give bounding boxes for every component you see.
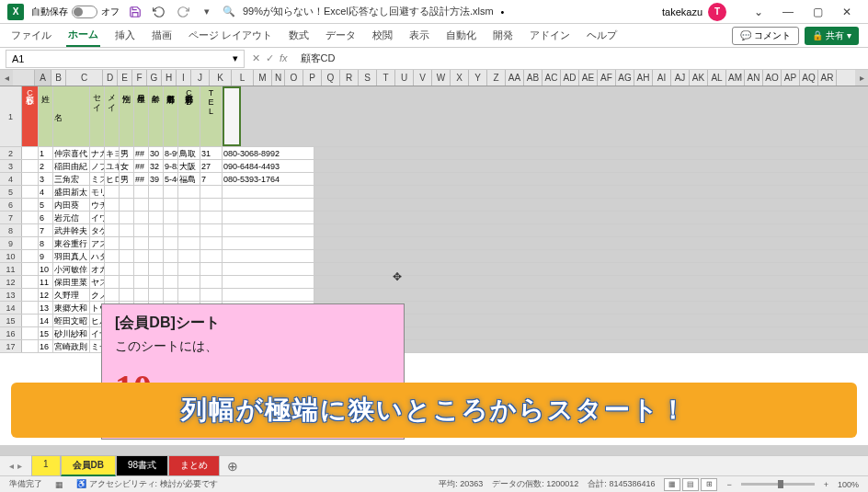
row-header[interactable]: 11 [0,263,22,275]
row-header[interactable]: 15 [0,315,22,326]
view-page-break-icon[interactable]: ⊞ [701,478,717,491]
cell[interactable]: ヒロ [105,173,120,185]
minimize-icon[interactable]: — [774,2,802,22]
tab-draw[interactable]: 描画 [150,25,174,46]
view-page-layout-icon[interactable]: ▤ [682,478,699,491]
column-header-Z[interactable]: Z [487,70,506,86]
cell[interactable] [134,224,149,236]
cell[interactable]: ヤス [90,276,105,288]
cell[interactable] [149,224,164,236]
cell[interactable] [22,315,39,326]
cell[interactable]: 福島 [178,173,200,185]
tab-data[interactable]: データ [324,25,358,46]
cell[interactable] [105,250,120,262]
search-icon[interactable]: 🔍 [223,6,235,17]
row-header[interactable]: 16 [0,327,22,339]
column-header-M[interactable]: M [254,70,272,86]
cell[interactable] [105,289,120,301]
col-header-sei[interactable]: セイ [90,86,105,146]
col-header-empty[interactable] [223,86,241,146]
cell[interactable]: 14 [39,315,53,326]
row-header[interactable]: 3 [0,160,22,172]
cell[interactable] [164,289,178,301]
cell[interactable] [105,199,120,211]
column-header-AE[interactable]: AE [579,70,598,86]
accessibility-status[interactable]: ♿ アクセシビリティ: 検討が必要です [76,478,218,490]
toggle-switch-icon[interactable] [72,6,97,18]
cell[interactable] [22,289,39,301]
cell[interactable] [22,327,39,339]
macro-record-icon[interactable]: ▦ [55,480,63,489]
cell[interactable] [178,199,200,211]
sheet-tab-会員DB[interactable]: 会員DB [61,455,116,476]
enter-formula-icon[interactable]: ✓ [266,52,274,64]
cell[interactable] [120,199,134,211]
cell[interactable] [164,250,178,262]
cell[interactable] [149,263,164,275]
col-header-pref-cd[interactable]: 都道府県CD [178,86,200,146]
cell[interactable]: ミス [90,173,105,185]
cell[interactable] [223,289,314,301]
cell[interactable] [105,212,120,223]
cell[interactable] [178,250,200,262]
cell[interactable]: 女 [120,160,134,172]
add-sheet-button[interactable]: ⊕ [220,459,246,474]
col-header-customer-cd[interactable]: 顧客CD [22,86,39,146]
tab-automate[interactable]: 自動化 [444,25,478,46]
cell[interactable]: 15 [39,327,53,339]
cell[interactable] [164,199,178,211]
cell[interactable]: 080-5393-1764 [223,173,314,185]
cell[interactable] [178,289,200,301]
cell[interactable]: 岩元信 [53,212,90,223]
cell[interactable] [105,276,120,288]
cell[interactable]: 盛田新太 [53,186,90,198]
tab-home[interactable]: ホーム [66,24,100,47]
zoom-out-icon[interactable]: − [726,480,731,489]
cell[interactable]: 9 [39,250,53,262]
cell[interactable] [22,160,39,172]
cancel-formula-icon[interactable]: ✕ [252,52,260,64]
row-header[interactable]: 8 [0,224,22,236]
cell[interactable] [120,212,134,223]
cell[interactable] [164,186,178,198]
cell[interactable] [22,212,39,223]
cell[interactable]: ウチ [90,199,105,211]
column-header-D[interactable]: D [103,70,118,86]
cell[interactable]: 蛭田文昭 [53,315,90,326]
cell[interactable]: 羽田真人 [53,250,90,262]
filename-dropdown-icon[interactable]: • [501,6,505,17]
cell[interactable] [149,289,164,301]
tab-addins[interactable]: アドイン [528,25,572,46]
cell[interactable] [22,186,39,198]
cell[interactable] [134,263,149,275]
cell[interactable]: 3 [39,173,53,185]
undo-icon[interactable] [151,4,167,20]
scroll-right-icon[interactable]: ▸ [855,70,868,86]
cell[interactable] [134,276,149,288]
cell[interactable] [22,173,39,185]
scroll-left-icon[interactable]: ◂ [0,70,13,86]
column-header-B[interactable]: B [51,70,66,86]
cell[interactable] [134,199,149,211]
column-header-O[interactable]: O [285,70,303,86]
cell[interactable] [200,289,223,301]
row-header[interactable]: 14 [0,302,22,314]
column-header-AB[interactable]: AB [524,70,542,86]
cell[interactable]: ユキ [105,160,120,172]
column-header-AH[interactable]: AH [634,70,653,86]
cell[interactable] [223,237,314,249]
zoom-slider[interactable] [741,483,815,486]
cell[interactable] [105,186,120,198]
cell[interactable]: 30 [149,147,164,159]
cell[interactable]: 東谷重行 [53,237,90,249]
cell[interactable]: 男 [120,147,134,159]
cell[interactable]: 7 [39,224,53,236]
cell[interactable] [134,289,149,301]
col-header-lastname[interactable]: 姓 [39,86,53,146]
row-header[interactable]: 9 [0,237,22,249]
cell[interactable] [22,147,39,159]
cell[interactable]: ## [134,173,149,185]
column-header-AO[interactable]: AO [763,70,782,86]
col-header-firstname[interactable]: 名 [53,86,90,146]
cell[interactable]: 小河敏倖 [53,263,90,275]
